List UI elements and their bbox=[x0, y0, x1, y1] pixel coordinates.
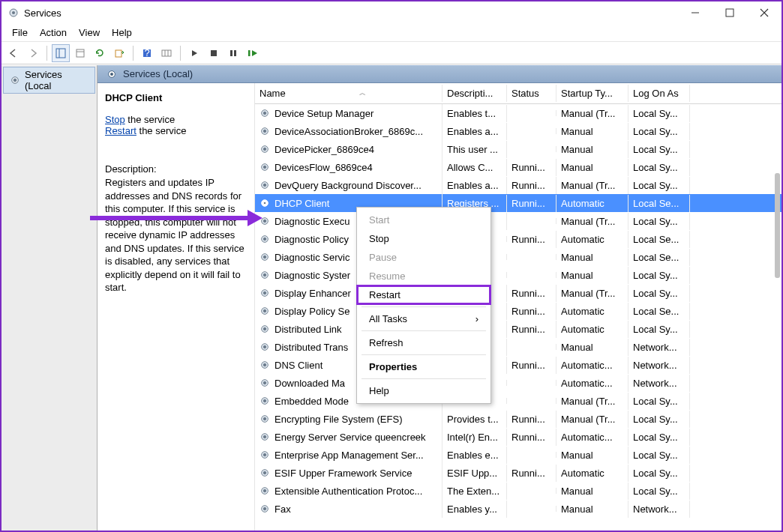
service-row[interactable]: ESIF Upper Framework Service ESIF Upp...… bbox=[255, 464, 782, 482]
tree-root-services[interactable]: Services (Local bbox=[3, 67, 95, 94]
ctx-restart[interactable]: Restart bbox=[357, 285, 490, 304]
service-logon: Local Se... bbox=[628, 231, 690, 248]
maximize-button[interactable] bbox=[712, 1, 747, 24]
ctx-pause: Pause bbox=[357, 248, 490, 267]
service-startup: Automatic bbox=[556, 195, 628, 212]
context-menu: Start Stop Pause Resume Restart All Task… bbox=[356, 207, 491, 404]
ctx-stop[interactable]: Stop bbox=[357, 229, 490, 248]
svg-marker-71 bbox=[248, 210, 262, 226]
service-row[interactable]: Device Setup Manager Enables t... Manual… bbox=[255, 104, 782, 122]
properties-button[interactable] bbox=[71, 44, 89, 62]
restart-service-button[interactable] bbox=[244, 44, 262, 62]
service-row[interactable]: Diagnostic Execu ... Manual (Tr... Local… bbox=[255, 212, 782, 230]
stop-service-button[interactable] bbox=[205, 44, 223, 62]
service-row[interactable]: Diagnostic Servic Manual Local Se... bbox=[255, 248, 782, 266]
svg-point-51 bbox=[263, 345, 266, 348]
toolbar-icon[interactable] bbox=[158, 44, 176, 62]
minimize-button[interactable] bbox=[678, 1, 712, 24]
service-row[interactable]: Display Enhancer ... Runni... Manual (Tr… bbox=[255, 284, 782, 302]
service-row[interactable]: Embedded Mode Manual (Tr... Local Sy... bbox=[255, 392, 782, 410]
back-button[interactable] bbox=[4, 44, 22, 62]
service-desc: Provides t... bbox=[442, 411, 507, 428]
menu-file[interactable]: File bbox=[6, 25, 34, 40]
menu-view[interactable]: View bbox=[73, 25, 106, 40]
service-row[interactable]: Downloaded Ma Automatic... Network... bbox=[255, 374, 782, 392]
service-row[interactable]: Extensible Authentication Protoc... The … bbox=[255, 482, 782, 500]
service-row[interactable]: DevicePicker_6869ce4 This user ... Manua… bbox=[255, 140, 782, 158]
close-button[interactable] bbox=[747, 1, 782, 24]
service-row[interactable]: DevQuery Background Discover... Enables … bbox=[255, 176, 782, 194]
service-status: Runni... bbox=[507, 411, 556, 428]
service-row[interactable]: DHCP Client Registers ... Runni... Autom… bbox=[255, 194, 782, 212]
service-row[interactable]: DNS Client ... Runni... Automatic... Net… bbox=[255, 356, 782, 374]
col-logon[interactable]: Log On As bbox=[628, 85, 690, 102]
service-logon: Local Sy... bbox=[628, 447, 690, 464]
menu-help[interactable]: Help bbox=[106, 25, 138, 40]
restart-service-link[interactable]: Restart bbox=[105, 125, 136, 136]
service-row[interactable]: Diagnostic Policy Runni... Automatic Loc… bbox=[255, 230, 782, 248]
col-description[interactable]: Descripti... bbox=[442, 85, 507, 102]
service-name: DevQuery Background Discover... bbox=[274, 180, 422, 191]
service-row[interactable]: Distributed Trans ... Manual Network... bbox=[255, 338, 782, 356]
service-startup: Manual (Tr... bbox=[556, 393, 628, 410]
service-row[interactable]: Enterprise App Management Ser... Enables… bbox=[255, 446, 782, 464]
col-status[interactable]: Status bbox=[507, 85, 556, 102]
svg-point-29 bbox=[263, 148, 266, 151]
service-row[interactable]: DeviceAssociationBroker_6869c... Enables… bbox=[255, 122, 782, 140]
service-status: Runni... bbox=[507, 465, 556, 482]
service-name: DNS Client bbox=[274, 360, 322, 371]
service-row[interactable]: Encrypting File System (EFS) Provides t.… bbox=[255, 410, 782, 428]
refresh-button[interactable] bbox=[91, 44, 109, 62]
ctx-all-tasks[interactable]: All Tasks› bbox=[357, 309, 490, 328]
service-desc: Intel(r) En... bbox=[442, 429, 507, 446]
service-gear-icon bbox=[258, 376, 272, 390]
service-gear-icon bbox=[258, 448, 272, 462]
service-status: Runni... bbox=[507, 321, 556, 338]
service-gear-icon bbox=[258, 322, 272, 336]
stop-service-link[interactable]: Stop bbox=[105, 114, 125, 125]
show-hide-tree-button[interactable] bbox=[52, 44, 70, 62]
service-logon: Network... bbox=[628, 375, 690, 392]
col-startup[interactable]: Startup Ty... bbox=[556, 85, 628, 102]
service-gear-icon bbox=[258, 160, 272, 174]
window-controls bbox=[678, 1, 782, 24]
service-startup: Automatic... bbox=[556, 357, 628, 374]
service-status: Runni... bbox=[507, 159, 556, 176]
service-row[interactable]: Fax Enables y... Manual Network... bbox=[255, 500, 782, 518]
service-gear-icon bbox=[258, 502, 272, 516]
service-row[interactable]: Distributed Link ... Runni... Automatic … bbox=[255, 320, 782, 338]
vertical-scrollbar[interactable] bbox=[775, 173, 780, 278]
svg-point-39 bbox=[263, 238, 266, 241]
ctx-properties[interactable]: Properties bbox=[357, 357, 490, 376]
service-gear-icon bbox=[258, 304, 272, 318]
svg-rect-6 bbox=[56, 49, 65, 58]
service-status bbox=[507, 452, 556, 458]
svg-point-31 bbox=[263, 166, 266, 169]
service-gear-icon bbox=[258, 466, 272, 480]
service-startup: Manual (Tr... bbox=[556, 177, 628, 194]
pause-service-button[interactable] bbox=[224, 44, 242, 62]
service-name: Embedded Mode bbox=[274, 396, 349, 407]
ctx-refresh[interactable]: Refresh bbox=[357, 333, 490, 352]
annotation-arrow bbox=[90, 207, 262, 229]
service-desc: Enables y... bbox=[442, 501, 507, 518]
service-row[interactable]: Diagnostic Syster Manual Local Sy... bbox=[255, 266, 782, 284]
menu-action[interactable]: Action bbox=[34, 25, 73, 40]
service-logon: Local Sy... bbox=[628, 213, 690, 230]
forward-button[interactable] bbox=[24, 44, 42, 62]
export-list-button[interactable] bbox=[110, 44, 128, 62]
ctx-resume: Resume bbox=[357, 267, 490, 285]
service-startup: Automatic... bbox=[556, 429, 628, 446]
service-gear-icon bbox=[258, 250, 272, 264]
svg-point-59 bbox=[263, 417, 266, 420]
start-service-button[interactable] bbox=[185, 44, 203, 62]
col-name[interactable]: Name︿ bbox=[255, 85, 442, 102]
help-button[interactable]: ? bbox=[138, 44, 156, 62]
service-row[interactable]: DevicesFlow_6869ce4 Allows C... Runni...… bbox=[255, 158, 782, 176]
service-name: Extensible Authentication Protoc... bbox=[274, 486, 422, 497]
service-row[interactable]: Energy Server Service queencreek Intel(r… bbox=[255, 428, 782, 446]
svg-point-69 bbox=[263, 507, 266, 510]
service-row[interactable]: Display Policy Se ... Runni... Automatic… bbox=[255, 302, 782, 320]
ctx-help[interactable]: Help bbox=[357, 381, 490, 400]
service-name: Diagnostic Syster bbox=[274, 270, 350, 281]
